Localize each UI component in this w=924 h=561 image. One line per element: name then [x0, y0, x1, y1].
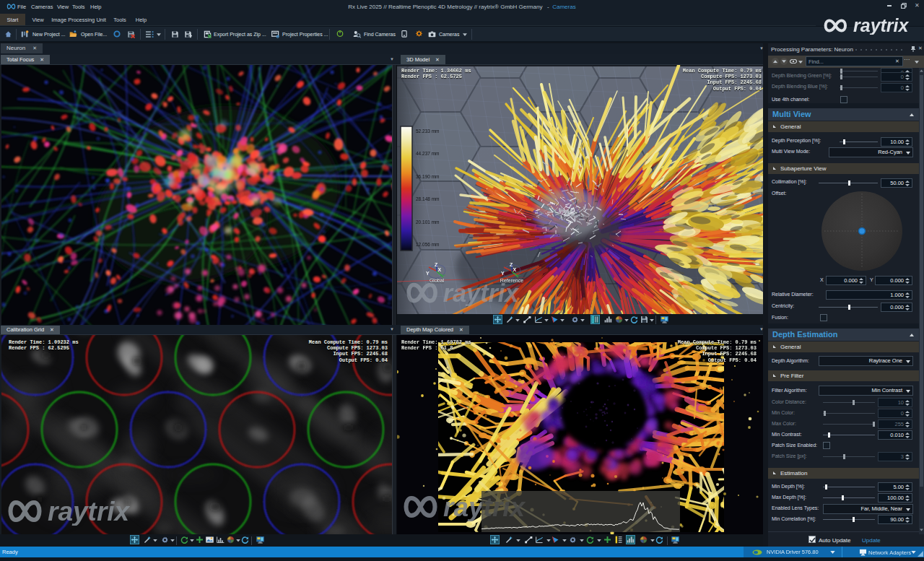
svg-text:28.148 mm: 28.148 mm [416, 196, 440, 201]
svg-text:raytrix: raytrix [48, 497, 131, 526]
svg-text:12.056 mm: 12.056 mm [416, 242, 440, 247]
svg-text:X: X [513, 267, 517, 272]
svg-text:X: X [438, 267, 442, 272]
svg-text:20.101 mm: 20.101 mm [416, 219, 440, 225]
svg-text:36.190 mm: 36.190 mm [416, 174, 440, 179]
svg-text:raytrix: raytrix [443, 279, 520, 306]
svg-text:raytrix: raytrix [853, 17, 910, 35]
svg-text:Y: Y [501, 271, 505, 276]
svg-text:Y: Y [426, 271, 430, 276]
svg-text:44.237 mm: 44.237 mm [416, 151, 440, 156]
svg-text:52.233 mm: 52.233 mm [416, 129, 440, 134]
